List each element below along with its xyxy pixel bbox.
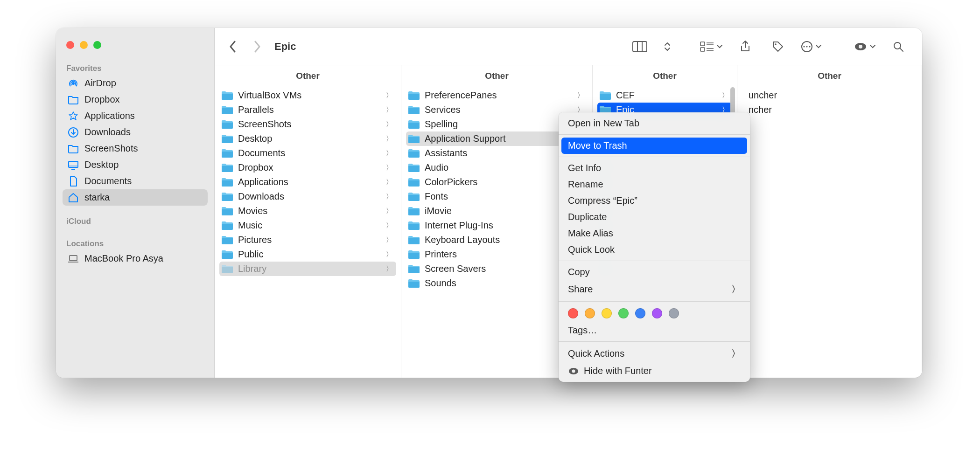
menu-item-get-info[interactable]: Get Info: [559, 160, 750, 176]
sidebar-item-label: MacBook Pro Asya: [84, 253, 163, 264]
svg-point-19: [806, 46, 807, 47]
menu-item-label: Duplicate: [568, 212, 607, 222]
list-item[interactable]: uncher: [742, 88, 917, 103]
sidebar-item-label: Dropbox: [84, 94, 120, 105]
list-item-label: Keyboard Layouts: [425, 235, 573, 245]
menu-item-make-alias[interactable]: Make Alias: [559, 225, 750, 242]
minimize-window-icon[interactable]: [80, 41, 88, 49]
menu-item-move-to-trash[interactable]: Move to Trash: [561, 138, 747, 154]
tag-color-dot[interactable]: [585, 308, 595, 318]
search-button[interactable]: [889, 37, 908, 56]
sidebar-item-macbook-pro-asya[interactable]: MacBook Pro Asya: [63, 250, 208, 267]
svg-rect-7: [633, 41, 647, 52]
list-item[interactable]: CEF〉: [597, 88, 732, 103]
folder-icon: [221, 235, 233, 245]
tag-color-dot[interactable]: [568, 308, 578, 318]
list-item[interactable]: Dropbox〉: [219, 160, 396, 175]
list-item[interactable]: Public〉: [219, 247, 396, 262]
action-menu-button[interactable]: [801, 37, 821, 56]
list-item[interactable]: Applications〉: [219, 175, 396, 189]
tag-color-dot[interactable]: [602, 308, 612, 318]
menu-item-hide-with-funter[interactable]: Hide with Funter: [559, 363, 750, 379]
menu-item-copy[interactable]: Copy: [559, 264, 750, 280]
list-item[interactable]: PreferencePanes〉: [406, 88, 588, 103]
view-updown-icon[interactable]: [663, 37, 672, 56]
folder-icon: [221, 206, 233, 216]
chevron-right-icon: 〉: [386, 265, 392, 273]
list-item[interactable]: Pictures〉: [219, 233, 396, 247]
list-item[interactable]: Library〉: [219, 262, 396, 276]
list-item-label: Internet Plug-Ins: [425, 220, 573, 231]
airdrop-icon: [67, 77, 79, 89]
list-item-label: Library: [238, 263, 381, 274]
column-3: Otheruncherncher: [737, 65, 922, 378]
tag-color-dot[interactable]: [618, 308, 629, 318]
tag-color-dot[interactable]: [635, 308, 645, 318]
menu-item-label: Get Info: [568, 163, 601, 173]
svg-rect-3: [69, 165, 78, 167]
list-item-label: Application Support: [425, 133, 573, 144]
view-columns-button[interactable]: [630, 37, 650, 56]
group-by-button[interactable]: [700, 37, 722, 56]
dropbox-icon: [67, 94, 79, 105]
funter-eye-button[interactable]: [854, 37, 875, 56]
tag-color-row: [559, 304, 750, 322]
list-item[interactable]: Documents〉: [219, 146, 396, 160]
menu-item-open-in-new-tab[interactable]: Open in New Tab: [559, 115, 750, 131]
doc-icon: [67, 175, 79, 187]
menu-item-label: Move to Trash: [568, 140, 627, 151]
menu-item-quick-look[interactable]: Quick Look: [559, 242, 750, 258]
chevron-right-icon: 〉: [386, 221, 392, 230]
share-button[interactable]: [735, 37, 755, 56]
folder-icon: [408, 264, 420, 274]
folder-icon: [221, 192, 233, 202]
list-item-label: ColorPickers: [425, 177, 573, 187]
list-item[interactable]: Movies〉: [219, 204, 396, 218]
chevron-right-icon: 〉: [386, 193, 392, 201]
menu-item-share[interactable]: Share〉: [559, 280, 750, 298]
menu-item-compress-epic-[interactable]: Compress “Epic”: [559, 193, 750, 209]
sidebar-item-desktop[interactable]: Desktop: [63, 157, 208, 173]
folder-icon: [599, 90, 611, 101]
sidebar-item-airdrop[interactable]: AirDrop: [63, 75, 208, 91]
list-item[interactable]: ncher: [742, 103, 917, 117]
column-header[interactable]: Other: [737, 65, 922, 87]
menu-separator: [559, 261, 750, 261]
folder-icon: [408, 177, 420, 187]
menu-item-quick-actions[interactable]: Quick Actions〉: [559, 345, 750, 363]
chevron-right-icon: 〉: [731, 283, 741, 296]
sidebar-item-downloads[interactable]: Downloads: [63, 124, 208, 140]
column-header[interactable]: Other: [401, 65, 592, 87]
column-header[interactable]: Other: [215, 65, 401, 87]
list-item-label: VirtualBox VMs: [238, 90, 381, 101]
list-item[interactable]: ScreenShots〉: [219, 117, 396, 131]
zoom-window-icon[interactable]: [93, 41, 101, 49]
list-item-label: uncher: [749, 90, 913, 101]
list-item[interactable]: VirtualBox VMs〉: [219, 88, 396, 103]
nav-forward-button[interactable]: [247, 37, 267, 56]
nav-back-button[interactable]: [223, 37, 243, 56]
sidebar: FavoritesAirDropDropboxApplicationsDownl…: [56, 28, 215, 378]
close-window-icon[interactable]: [66, 41, 74, 49]
sidebar-item-starka[interactable]: starka: [63, 189, 208, 206]
column-header[interactable]: Other: [593, 65, 737, 87]
list-item[interactable]: Music〉: [219, 218, 396, 233]
list-item[interactable]: Downloads〉: [219, 189, 396, 204]
sidebar-item-documents[interactable]: Documents: [63, 173, 208, 189]
list-item[interactable]: Desktop〉: [219, 131, 396, 146]
svg-point-20: [809, 46, 810, 47]
sidebar-item-dropbox[interactable]: Dropbox: [63, 91, 208, 108]
tag-color-dot[interactable]: [652, 308, 662, 318]
menu-item-tags[interactable]: Tags…: [559, 322, 750, 339]
sidebar-item-applications[interactable]: Applications: [63, 108, 208, 124]
apps-icon: [67, 110, 79, 122]
sidebar-item-screenshots[interactable]: ScreenShots: [63, 140, 208, 157]
tags-button[interactable]: [768, 37, 788, 56]
menu-separator: [559, 301, 750, 302]
menu-item-rename[interactable]: Rename: [559, 176, 750, 193]
tag-color-dot[interactable]: [669, 308, 679, 318]
chevron-right-icon: 〉: [731, 347, 741, 360]
list-item[interactable]: Parallels〉: [219, 103, 396, 117]
menu-item-duplicate[interactable]: Duplicate: [559, 209, 750, 225]
folder-icon: [408, 278, 420, 289]
